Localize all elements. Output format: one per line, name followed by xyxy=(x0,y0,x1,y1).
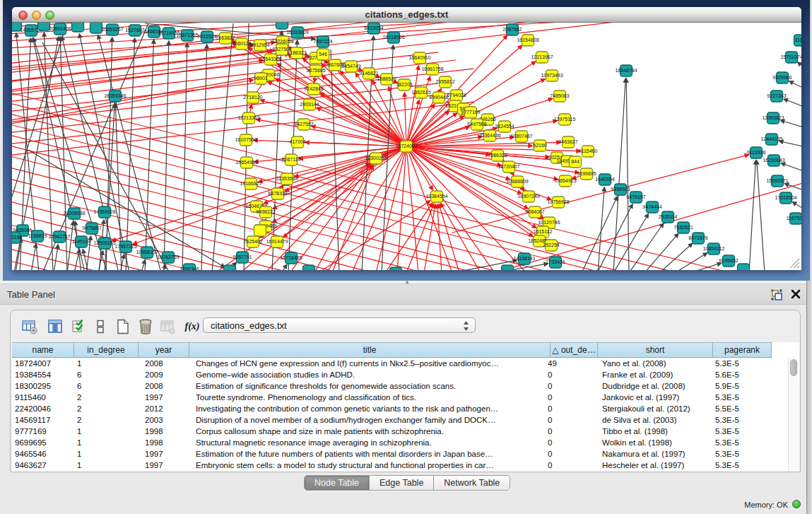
graph-edge[interactable] xyxy=(582,197,617,270)
table-row[interactable]: 946554611997Estimation of the future num… xyxy=(12,448,799,460)
column-header-out_de[interactable]: △ out_de… xyxy=(551,342,598,358)
graph-edge[interactable] xyxy=(645,233,678,270)
column-header-in_degree[interactable]: in_degree xyxy=(74,342,139,358)
import-table-icon[interactable] xyxy=(158,317,177,336)
graph-node[interactable] xyxy=(502,265,514,270)
table-cell: Hescheler et al. (1997) xyxy=(602,460,710,471)
graph-node[interactable] xyxy=(38,23,50,30)
tab-edge-table[interactable]: Edge Table xyxy=(370,476,434,490)
table-row[interactable]: 1938455462009Genome–wide association stu… xyxy=(12,369,799,380)
table-row[interactable]: 911546021997Tourette syndrome. Phenomeno… xyxy=(12,392,799,403)
graph-edge[interactable] xyxy=(79,34,129,270)
graph-edge[interactable] xyxy=(281,264,287,270)
graph-edge[interactable] xyxy=(201,45,207,270)
memory-status-label: Memory: OK xyxy=(744,501,788,509)
column-header-year[interactable]: year xyxy=(139,342,189,358)
graph-node-label: 16648784 xyxy=(615,68,637,73)
graph-node-label: 14136141 xyxy=(513,256,535,261)
memory-ok-icon[interactable] xyxy=(792,500,801,508)
graph-edge[interactable] xyxy=(659,243,693,270)
graph-edge[interactable] xyxy=(789,81,801,89)
column-header-title[interactable]: title xyxy=(189,342,551,358)
graph-node[interactable] xyxy=(738,264,750,270)
column-header-pagerank[interactable]: pagerank xyxy=(713,342,772,358)
graph-node[interactable] xyxy=(254,225,266,236)
table-cell: Stergiakouli et al. (2012) xyxy=(602,403,710,414)
table-cell: 9115460 xyxy=(15,392,71,403)
fx-icon[interactable]: f(x) xyxy=(183,317,201,336)
graph-edge[interactable] xyxy=(784,99,801,107)
graph-edge[interactable] xyxy=(404,93,406,146)
graph-edge[interactable] xyxy=(598,187,604,270)
graph-node-label: 18300295 xyxy=(365,156,387,160)
table-cell: 0 xyxy=(548,403,595,414)
float-panel-icon[interactable] xyxy=(770,288,783,301)
network-canvas[interactable]: 1405572420691406106532671527602646616010… xyxy=(12,23,801,270)
show-columns-icon[interactable] xyxy=(46,317,64,336)
table-scrollbar-thumb[interactable] xyxy=(790,359,797,376)
column-header-name[interactable]: name xyxy=(12,342,74,358)
table-row[interactable]: 1456911722003Disruption of a novel membe… xyxy=(12,414,799,426)
graph-edge[interactable] xyxy=(757,160,765,270)
table-cell: 5.5E-5 xyxy=(715,403,769,414)
table-mode-icon[interactable] xyxy=(20,317,39,336)
graph-edge[interactable] xyxy=(781,120,802,128)
graph-edge[interactable] xyxy=(613,78,625,270)
graph-edge[interactable] xyxy=(406,146,418,270)
graph-node[interactable] xyxy=(276,23,288,29)
graph-node[interactable] xyxy=(72,23,84,32)
window-titlebar[interactable]: citations_edges.txt xyxy=(12,7,801,23)
graph-edge[interactable] xyxy=(613,214,648,271)
table-row[interactable]: 1872400712008Changes of HCN gene express… xyxy=(12,358,799,369)
graph-edge[interactable] xyxy=(314,165,372,270)
graph-edge[interactable] xyxy=(164,41,169,270)
graph-edge[interactable] xyxy=(439,204,459,271)
table-row[interactable]: 969969511998Structural magnetic resonanc… xyxy=(12,437,799,448)
graph-node-label: 13226058 xyxy=(271,39,293,44)
graph-edge[interactable] xyxy=(441,204,481,271)
table-cell: 5.6E-5 xyxy=(715,369,769,380)
graph-node[interactable] xyxy=(303,265,315,270)
resize-grip-icon[interactable] xyxy=(787,256,800,269)
graph-edge[interactable] xyxy=(749,160,755,270)
row-height-icon[interactable] xyxy=(91,317,110,336)
table-row[interactable]: 977716911998Corpus callosum shape and si… xyxy=(12,426,799,437)
select-rows-icon[interactable] xyxy=(70,317,88,336)
tab-node-table[interactable]: Node Table xyxy=(305,476,370,490)
table-source-dropdown[interactable]: citations_edges.txt xyxy=(203,317,476,333)
graph-node-label: 546 xyxy=(319,52,327,57)
table-cell: 1997 xyxy=(145,448,187,460)
graph-edge[interactable] xyxy=(268,82,406,146)
graph-edge[interactable] xyxy=(626,78,629,270)
graph-node-label: 12213363 xyxy=(237,115,259,120)
graph-node-label: 16640910 xyxy=(408,55,430,60)
graph-edge[interactable] xyxy=(182,43,187,270)
graph-node[interactable] xyxy=(390,267,402,270)
table-cell: Estimation of the future numbers of pati… xyxy=(196,448,548,460)
column-header-short[interactable]: short xyxy=(598,342,713,358)
graph-edge[interactable] xyxy=(798,62,801,69)
graph-edge[interactable] xyxy=(31,244,36,270)
close-panel-icon[interactable] xyxy=(790,288,801,300)
graph-edge[interactable] xyxy=(675,253,707,270)
graph-edge[interactable] xyxy=(781,163,801,172)
tab-network-table[interactable]: Network Table xyxy=(434,476,510,490)
graph-edge[interactable] xyxy=(406,66,418,146)
table-row[interactable]: 946362711997Embryonic stem cells: a mode… xyxy=(12,460,799,471)
graph-edge[interactable] xyxy=(792,202,801,210)
graph-node-label: 62160 xyxy=(533,143,547,148)
table-scrollbar[interactable] xyxy=(788,358,799,472)
graph-node-label: 10807487 xyxy=(510,134,532,139)
graph-edge[interactable] xyxy=(779,141,801,148)
graph-edge[interactable] xyxy=(141,260,145,270)
table-row[interactable]: 2242004622012Investigating the contribut… xyxy=(12,403,799,414)
graph-node-label: 1615112 xyxy=(534,229,553,234)
graph-edge[interactable] xyxy=(212,23,233,270)
graph-node[interactable] xyxy=(224,265,236,270)
graph-edge[interactable] xyxy=(244,23,249,270)
delete-icon[interactable] xyxy=(136,317,155,336)
table-row[interactable]: 1830029562008Estimation of significance … xyxy=(12,380,799,392)
graph-edge[interactable] xyxy=(629,223,664,270)
graph-node[interactable] xyxy=(90,23,102,33)
new-file-icon[interactable] xyxy=(114,317,132,336)
